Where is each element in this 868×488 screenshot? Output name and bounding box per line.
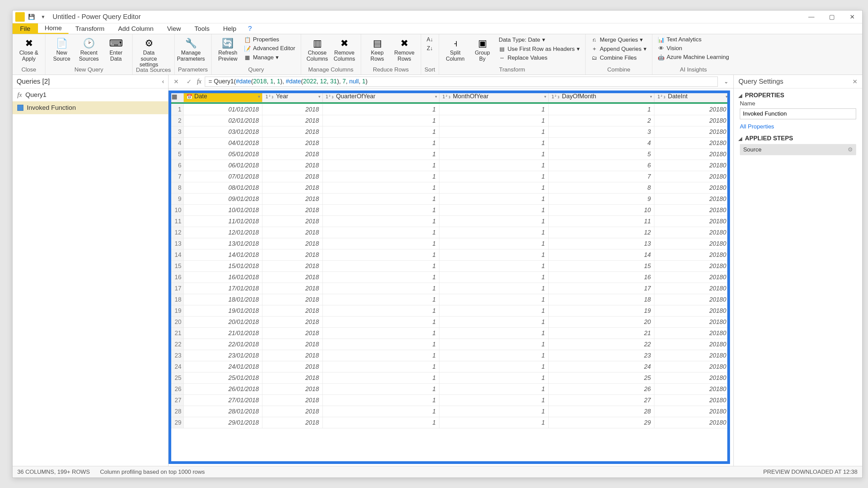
properties-section[interactable]: ◢PROPERTIES <box>734 88 862 100</box>
cell[interactable]: 20180 <box>654 227 730 238</box>
cell[interactable]: 2018 <box>262 149 322 160</box>
column-header-quarterofyear[interactable]: 1²₃QuarterOfYear▾ <box>322 91 439 102</box>
cell[interactable]: 1 <box>439 205 549 216</box>
tab-add-column[interactable]: Add Column <box>111 23 160 34</box>
cell[interactable]: 20180 <box>654 104 730 115</box>
cell[interactable]: 20180 <box>654 182 730 194</box>
column-filter-icon[interactable]: ▾ <box>435 94 437 99</box>
cell[interactable]: 15 <box>548 261 654 272</box>
cell[interactable]: 03/01/2018 <box>184 126 262 138</box>
cell[interactable]: 1 <box>322 372 439 384</box>
cell[interactable]: 20180 <box>654 171 730 182</box>
row-number-cell[interactable]: 24 <box>169 361 184 372</box>
cell[interactable]: 16 <box>548 272 654 283</box>
cell[interactable]: 20180 <box>654 372 730 384</box>
row-number-cell[interactable]: 6 <box>169 160 184 171</box>
cell[interactable]: 1 <box>439 261 549 272</box>
table-row[interactable]: 202/01/2018201811220180 <box>169 115 730 126</box>
row-number-cell[interactable]: 28 <box>169 406 184 417</box>
table-row[interactable]: 808/01/2018201811820180 <box>169 182 730 194</box>
refresh-preview-button[interactable]: 🔄Refresh Preview <box>215 36 241 63</box>
cell[interactable]: 1 <box>322 104 439 115</box>
cell[interactable]: 2018 <box>262 305 322 317</box>
cell[interactable]: 1 <box>439 395 549 406</box>
cell[interactable]: 24/01/2018 <box>184 361 262 372</box>
row-number-cell[interactable]: 20 <box>169 317 184 328</box>
merge-queries-button[interactable]: ⎌Merge Queries ▾ <box>589 36 649 44</box>
cell[interactable]: 27 <box>548 395 654 406</box>
cell[interactable]: 1 <box>439 115 549 126</box>
cell[interactable]: 25/01/2018 <box>184 372 262 384</box>
cell[interactable]: 1 <box>322 350 439 361</box>
cell[interactable]: 2018 <box>262 171 322 182</box>
cell[interactable]: 18/01/2018 <box>184 294 262 305</box>
cell[interactable]: 2018 <box>262 372 322 384</box>
row-number-cell[interactable]: 16 <box>169 272 184 283</box>
cell[interactable]: 1 <box>322 238 439 249</box>
cell[interactable]: 13/01/2018 <box>184 238 262 249</box>
file-tab[interactable]: File <box>13 23 38 34</box>
cell[interactable]: 1 <box>322 384 439 395</box>
cell[interactable]: 19/01/2018 <box>184 305 262 317</box>
cell[interactable]: 07/01/2018 <box>184 171 262 182</box>
replace-values-button[interactable]: ↔Replace Values <box>497 54 582 62</box>
cell[interactable]: 1 <box>439 104 549 115</box>
table-row[interactable]: 1111/01/20182018111120180 <box>169 216 730 227</box>
cell[interactable]: 1 <box>322 126 439 138</box>
cell[interactable]: 1 <box>322 305 439 317</box>
cell[interactable]: 2018 <box>262 283 322 294</box>
cell[interactable]: 1 <box>548 104 654 115</box>
query-name-input[interactable] <box>740 108 856 119</box>
cell[interactable]: 1 <box>322 249 439 261</box>
cell[interactable]: 1 <box>439 126 549 138</box>
cell[interactable]: 1 <box>322 194 439 205</box>
text-analytics-button[interactable]: 📊Text Analytics <box>656 36 731 44</box>
help-icon[interactable]: ? <box>243 23 257 34</box>
cell[interactable]: 1 <box>322 149 439 160</box>
cell[interactable]: 2018 <box>262 126 322 138</box>
row-number-cell[interactable]: 15 <box>169 261 184 272</box>
row-number-cell[interactable]: 18 <box>169 294 184 305</box>
table-row[interactable]: 2121/01/20182018112120180 <box>169 328 730 339</box>
tab-tools[interactable]: Tools <box>188 23 216 34</box>
tab-help[interactable]: Help <box>216 23 243 34</box>
row-number-cell[interactable]: 11 <box>169 216 184 227</box>
cell[interactable]: 1 <box>439 149 549 160</box>
table-row[interactable]: 303/01/2018201811320180 <box>169 126 730 138</box>
table-row[interactable]: 1515/01/20182018111520180 <box>169 261 730 272</box>
data-table[interactable]: ▦📅Date▾1²₃Year▾1²₃QuarterOfYear▾1²₃Month… <box>169 90 730 428</box>
table-row[interactable]: 1414/01/20182018111420180 <box>169 249 730 261</box>
cell[interactable]: 21/01/2018 <box>184 328 262 339</box>
cell[interactable]: 2018 <box>262 361 322 372</box>
cell[interactable]: 1 <box>439 384 549 395</box>
cell[interactable]: 2018 <box>262 317 322 328</box>
tab-home[interactable]: Home <box>38 23 69 34</box>
cell[interactable]: 4 <box>548 138 654 149</box>
formula-expand-icon[interactable]: ⌄ <box>721 77 731 86</box>
cell[interactable]: 2018 <box>262 339 322 350</box>
append-queries-button[interactable]: ＋Append Queries ▾ <box>589 45 649 53</box>
cell[interactable]: 1 <box>322 182 439 194</box>
cell[interactable]: 2018 <box>262 227 322 238</box>
table-row[interactable]: 1919/01/20182018111920180 <box>169 305 730 317</box>
all-properties-link[interactable]: All Properties <box>734 122 862 131</box>
cell[interactable]: 1 <box>439 361 549 372</box>
group-by-button[interactable]: ▣Group By <box>470 36 495 63</box>
cell[interactable]: 1 <box>322 417 439 428</box>
cell[interactable]: 26/01/2018 <box>184 384 262 395</box>
cell[interactable]: 1 <box>439 283 549 294</box>
row-number-cell[interactable]: 13 <box>169 238 184 249</box>
cell[interactable]: 1 <box>322 294 439 305</box>
cell[interactable]: 1 <box>322 317 439 328</box>
cell[interactable]: 26 <box>548 384 654 395</box>
combine-files-button[interactable]: 🗂Combine Files <box>589 54 649 62</box>
cell[interactable]: 9 <box>548 194 654 205</box>
table-row[interactable]: 1616/01/20182018111620180 <box>169 272 730 283</box>
cell[interactable]: 20180 <box>654 350 730 361</box>
remove-rows-button[interactable]: ✖Remove Rows <box>392 36 417 63</box>
cell[interactable]: 20180 <box>654 194 730 205</box>
cell[interactable]: 1 <box>322 272 439 283</box>
cell[interactable]: 23 <box>548 350 654 361</box>
cell[interactable]: 1 <box>439 406 549 417</box>
cell[interactable]: 1 <box>439 305 549 317</box>
